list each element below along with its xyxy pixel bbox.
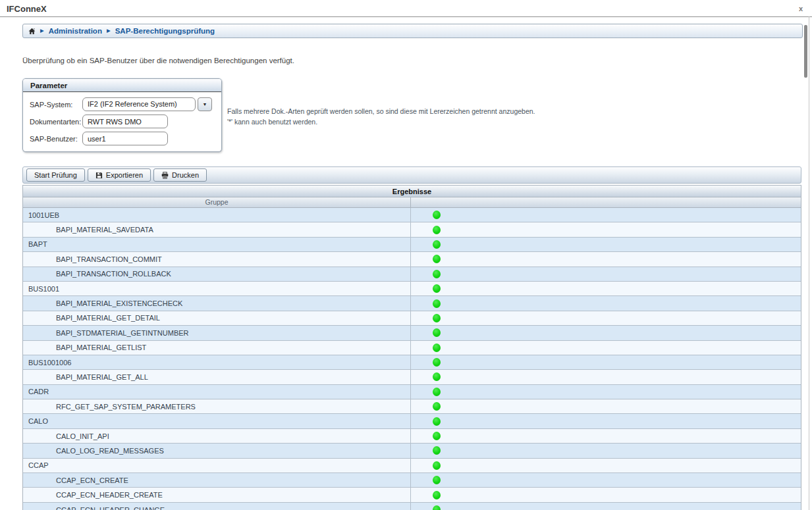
table-row[interactable]: BAPI_MATERIAL_GET_DETAIL (23, 311, 801, 326)
table-row[interactable]: CCAP_ECN_CREATE (23, 473, 801, 488)
function-name-cell: CALO_INIT_API (23, 429, 411, 443)
function-name-cell: RFC_GET_SAP_SYSTEM_PARAMETERS (23, 399, 411, 413)
function-name-cell: BAPI_STDMATERIAL_GETINTNUMBER (23, 326, 411, 340)
table-row[interactable]: BUS1001006 (23, 355, 801, 370)
status-ok-icon (433, 299, 441, 308)
status-cell (411, 208, 801, 222)
group-name-cell: BAPT (23, 238, 411, 251)
status-ok-icon (433, 461, 441, 470)
chevron-right-icon: ▶ (40, 28, 44, 34)
drucken-button[interactable]: Drucken (153, 168, 207, 182)
status-cell (411, 488, 801, 501)
status-cell (411, 503, 801, 510)
status-ok-icon (433, 344, 441, 352)
status-cell (411, 296, 801, 310)
table-row[interactable]: BAPT (23, 238, 801, 252)
status-ok-icon (433, 417, 441, 426)
printer-icon (161, 172, 169, 179)
group-name-cell: CADR (23, 385, 411, 399)
start-pruefung-label: Start Prüfung (34, 171, 77, 179)
table-row[interactable]: 1001UEB (23, 208, 801, 222)
function-name-cell: CCAP_ECN_HEADER_CHANGE (23, 503, 411, 510)
home-icon[interactable] (28, 28, 36, 35)
chevron-down-icon[interactable]: ▼ (198, 97, 212, 111)
exportieren-button[interactable]: Exportieren (88, 168, 151, 182)
table-row[interactable]: BUS1001 (23, 282, 801, 296)
parameter-panel: Parameter SAP-System: IF2 (IF2 Reference… (22, 78, 222, 152)
table-row[interactable]: BAPI_TRANSACTION_ROLLBACK (23, 267, 801, 282)
status-cell (411, 326, 801, 340)
hint-line-1: Falls mehrere Dok.-Arten geprüft werden … (227, 106, 535, 116)
status-ok-icon (433, 211, 441, 219)
group-name-cell: CCAP (23, 459, 411, 472)
start-pruefung-button[interactable]: Start Prüfung (26, 168, 85, 182)
status-cell (411, 370, 801, 384)
table-row[interactable]: BAPI_MATERIAL_GET_ALL (23, 370, 801, 384)
status-cell (411, 459, 801, 472)
status-column-header (411, 197, 801, 207)
status-ok-icon (433, 328, 441, 337)
main-content: ▶ Administration ▶ SAP-Berechtigungsprüf… (0, 16, 812, 510)
table-row[interactable]: CCAP_ECN_HEADER_CREATE (23, 488, 801, 502)
dokumentarten-field[interactable] (82, 115, 168, 128)
gruppe-column-header: Gruppe (23, 197, 411, 207)
table-row[interactable]: CALO_LOG_READ_MESSAGES (23, 444, 801, 458)
table-row[interactable]: BAPI_MATERIAL_SAVEDATA (23, 222, 801, 237)
table-row[interactable]: RFC_GET_SAP_SYSTEM_PARAMETERS (23, 399, 801, 414)
results-table-title: Ergebnisse (23, 185, 801, 197)
status-ok-icon (433, 358, 441, 367)
function-name-cell: BAPI_MATERIAL_SAVEDATA (23, 222, 411, 236)
dokumentarten-row: Dokumentarten: (30, 115, 215, 128)
status-ok-icon (433, 372, 441, 381)
sap-benutzer-row: SAP-Benutzer: (30, 132, 215, 145)
status-cell (411, 341, 801, 355)
function-name-cell: BAPI_MATERIAL_GETLIST (23, 341, 411, 355)
group-name-cell: 1001UEB (23, 208, 411, 222)
group-name-cell: BUS1001 (23, 282, 411, 295)
status-ok-icon (433, 284, 441, 293)
function-name-cell: CCAP_ECN_CREATE (23, 473, 411, 487)
results-column-header: Gruppe (23, 197, 801, 208)
status-cell (411, 238, 801, 251)
status-ok-icon (433, 314, 441, 322)
table-row[interactable]: CADR (23, 385, 801, 399)
hint-text: Falls mehrere Dok.-Arten geprüft werden … (227, 106, 535, 152)
sap-system-label: SAP-System: (30, 101, 82, 109)
table-row[interactable]: BAPI_MATERIAL_GETLIST (23, 341, 801, 355)
status-cell (411, 267, 801, 281)
sap-benutzer-field[interactable] (82, 132, 168, 145)
window-titlebar: IFConneX x (0, 0, 812, 16)
sap-system-value[interactable]: IF2 (IF2 Reference System) (82, 97, 196, 111)
sap-system-combobox[interactable]: IF2 (IF2 Reference System) ▼ (82, 97, 212, 111)
breadcrumb-item-administration[interactable]: Administration (49, 27, 102, 35)
table-row[interactable]: BAPI_TRANSACTION_COMMIT (23, 252, 801, 267)
table-row[interactable]: CALO_INIT_API (23, 429, 801, 444)
status-ok-icon (433, 226, 441, 234)
function-name-cell: BAPI_TRANSACTION_COMMIT (23, 252, 411, 266)
results-rows: 1001UEBBAPI_MATERIAL_SAVEDATABAPTBAPI_TR… (23, 208, 801, 510)
group-name-cell: CALO (23, 414, 411, 428)
function-name-cell: BAPI_MATERIAL_EXISTENCECHECK (23, 296, 411, 310)
sap-system-row: SAP-System: IF2 (IF2 Reference System) ▼ (30, 97, 215, 111)
table-row[interactable]: CALO (23, 414, 801, 428)
status-cell (411, 282, 801, 295)
status-cell (411, 252, 801, 266)
table-row[interactable]: BAPI_STDMATERIAL_GETINTNUMBER (23, 326, 801, 340)
function-name-cell: CALO_LOG_READ_MESSAGES (23, 444, 411, 457)
results-table: Ergebnisse Gruppe 1001UEBBAPI_MATERIAL_S… (22, 185, 801, 510)
status-cell (411, 385, 801, 399)
chevron-right-icon: ▶ (107, 28, 111, 34)
status-cell (411, 429, 801, 443)
exportieren-label: Exportieren (106, 171, 143, 179)
parameter-section: Parameter SAP-System: IF2 (IF2 Reference… (22, 78, 812, 152)
table-row[interactable]: CCAP_ECN_HEADER_CHANGE (23, 503, 801, 510)
breadcrumb-item-sap-berechtigungspruefung[interactable]: SAP-Berechtigungsprüfung (115, 27, 215, 35)
floppy-disk-icon (95, 172, 103, 179)
table-row[interactable]: CCAP (23, 459, 801, 473)
hint-line-2: '*' kann auch benutzt werden. (227, 116, 535, 127)
status-ok-icon (433, 446, 441, 455)
vertical-scrollbar-thumb[interactable] (804, 25, 807, 78)
close-icon[interactable]: x (799, 5, 803, 13)
table-row[interactable]: BAPI_MATERIAL_EXISTENCECHECK (23, 296, 801, 311)
function-name-cell: BAPI_MATERIAL_GET_DETAIL (23, 311, 411, 325)
